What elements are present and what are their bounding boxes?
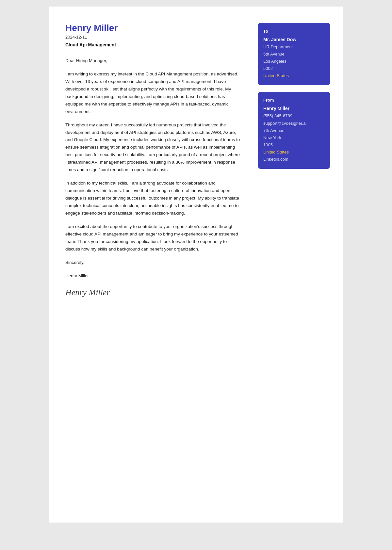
from-box-title: From — [263, 98, 325, 103]
salutation: Dear Hiring Manager, — [65, 57, 242, 65]
paragraph-2: Throughout my career, I have successfull… — [65, 121, 242, 174]
closing-name: Henry Miller — [65, 272, 242, 280]
from-line-6: Linkedin.com — [263, 156, 325, 163]
from-line-4: 1005 — [263, 141, 325, 149]
from-line-3: New York — [263, 134, 325, 141]
letter-body: Dear Hiring Manager, I am writing to exp… — [65, 57, 242, 300]
from-line-1: support@cvdesigner.ai — [263, 120, 325, 127]
from-box: From Henry Miller (555) 345-6789 support… — [258, 92, 330, 169]
to-box-title: To — [263, 29, 325, 34]
to-line-1: 5th Avenue — [263, 51, 325, 58]
sender-name: Henry Miller — [65, 23, 242, 33]
to-box: To Mr. James Dow HR Department 5th Avenu… — [258, 23, 330, 85]
cover-letter-page: Henry Miller 2024-12-11 Cloud Api Manage… — [49, 7, 343, 523]
signature: Henry Miller — [65, 285, 242, 300]
letter-subject: Cloud Api Management — [65, 42, 242, 47]
to-line-4: United States — [263, 72, 325, 79]
right-column: To Mr. James Dow HR Department 5th Avenu… — [258, 23, 330, 506]
from-box-lines: (555) 345-6789 support@cvdesigner.ai 7th… — [263, 112, 325, 163]
left-column: Henry Miller 2024-12-11 Cloud Api Manage… — [65, 23, 248, 506]
to-recipient-name: Mr. James Dow — [263, 37, 325, 42]
to-line-2: Los Angeles — [263, 58, 325, 65]
from-line-0: (555) 345-6789 — [263, 112, 325, 120]
from-sender-name: Henry Miller — [263, 106, 325, 111]
to-line-3: 5002 — [263, 65, 325, 72]
to-box-lines: HR Department 5th Avenue Los Angeles 500… — [263, 43, 325, 79]
paragraph-1: I am writing to express my interest in t… — [65, 71, 242, 116]
letter-date: 2024-12-11 — [65, 35, 242, 40]
to-line-0: HR Department — [263, 43, 325, 51]
paragraph-3: In addition to my technical skills, I am… — [65, 180, 242, 217]
closing: Sincerely, — [65, 259, 242, 267]
from-line-5: United States — [263, 149, 325, 156]
paragraph-4: I am excited about the opportunity to co… — [65, 223, 242, 253]
from-line-2: 7th Avenue — [263, 127, 325, 134]
